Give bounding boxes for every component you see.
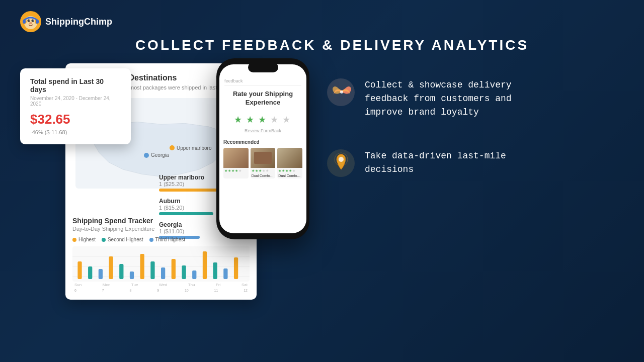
phone-mockup: feedback Rate your Shipping Experience ★… xyxy=(216,58,309,239)
phone-notch xyxy=(248,62,278,72)
legend-third: Third Highest xyxy=(149,237,185,242)
star-5[interactable]: ★ xyxy=(282,114,292,124)
feature-text-feedback: Collect & showcase deliveryfeedback from… xyxy=(365,78,512,119)
mini-chart xyxy=(72,246,250,282)
spend-change: -46% ($-11.68) xyxy=(30,129,121,135)
legend-dot-third xyxy=(149,238,153,242)
svg-rect-30 xyxy=(223,268,227,279)
product-name-2: Dual Comfort Mattress xyxy=(251,174,276,178)
svg-rect-27 xyxy=(192,270,196,279)
star-2[interactable]: ★ xyxy=(246,114,256,124)
logo: ShippingChimp xyxy=(20,11,112,32)
star-1[interactable]: ★ xyxy=(234,114,244,124)
product-img-3 xyxy=(277,148,302,168)
svg-rect-22 xyxy=(140,254,144,279)
feature-icon-analytics xyxy=(327,149,355,177)
logo-icon xyxy=(20,11,41,32)
left-section: Total spend in Last 30 days November 24,… xyxy=(20,63,287,330)
legend-label-third: Third Highest xyxy=(155,237,185,242)
svg-point-9 xyxy=(33,20,34,21)
svg-point-8 xyxy=(29,20,30,21)
main-title: COLLECT FEEDBACK & DELIVERY ANALYTICS xyxy=(20,37,644,53)
spend-date: November 24, 2020 - December 24, 2020 xyxy=(30,96,121,107)
product-name-3: Dual Comfort Matt... xyxy=(277,174,302,178)
phone-container: feedback Rate your Shipping Experience ★… xyxy=(216,58,309,239)
svg-rect-26 xyxy=(182,265,186,279)
svg-rect-12 xyxy=(36,20,39,24)
svg-point-6 xyxy=(28,20,30,22)
map-dot-marlboro: Upper marlboro xyxy=(170,145,211,151)
svg-point-7 xyxy=(32,20,34,22)
product-grid: ★ ★ ★ ★ ★ xyxy=(223,148,302,178)
spend-amount: $32.65 xyxy=(30,112,121,127)
header: ShippingChimp COLLECT FEEDBACK & DELIVER… xyxy=(0,0,644,53)
svg-rect-16 xyxy=(77,261,82,279)
product-stars-3: ★ ★ ★ ★ ★ xyxy=(277,168,302,174)
svg-rect-18 xyxy=(99,269,103,279)
feature-icon-feedback xyxy=(327,78,355,106)
spend-card: Total spend in Last 30 days November 24,… xyxy=(20,68,131,144)
svg-rect-31 xyxy=(234,257,238,279)
product-stars-2: ★ ★ ★ ★ ★ xyxy=(251,168,276,174)
svg-rect-23 xyxy=(150,261,154,279)
legend-dot-highest xyxy=(72,238,76,242)
svg-rect-25 xyxy=(172,259,176,279)
recommended-title: Recommended xyxy=(223,139,302,145)
svg-point-10 xyxy=(29,22,32,24)
phone-screen: feedback Rate your Shipping Experience ★… xyxy=(219,64,306,233)
legend-label-highest: Highest xyxy=(78,237,96,242)
map-dot-georgia: Georgia xyxy=(144,152,169,158)
legend-label-second: Second Highest xyxy=(108,237,143,242)
feature-text-analytics: Take data-driven last-miledecisions xyxy=(365,149,506,176)
svg-rect-20 xyxy=(119,264,123,279)
stars-row: ★ ★ ★ ★ ★ xyxy=(219,111,306,127)
legend-highest: Highest xyxy=(72,237,96,242)
rate-title: Rate your Shipping Experience xyxy=(219,86,306,111)
svg-point-33 xyxy=(340,90,343,94)
spend-title: Total spend in Last 30 days xyxy=(30,77,121,94)
product-stars-1: ★ ★ ★ ★ ★ xyxy=(223,168,249,174)
star-4[interactable]: ★ xyxy=(270,114,280,124)
legend-dot-second xyxy=(102,238,106,242)
legend-second: Second Highest xyxy=(102,237,143,242)
svg-rect-29 xyxy=(213,262,217,279)
product-card-3[interactable]: ★ ★ ★ ★ ★ Dual Comfort Matt... xyxy=(277,148,302,178)
handshake-icon xyxy=(327,78,355,106)
right-section: Collect & showcase deliveryfeedback from… xyxy=(302,63,624,330)
svg-rect-17 xyxy=(88,266,92,279)
location-pin-icon xyxy=(327,149,355,177)
svg-point-35 xyxy=(339,157,344,162)
product-img-1 xyxy=(223,148,249,168)
review-link[interactable]: Review FormBack xyxy=(219,127,306,136)
feature-analytics: Take data-driven last-miledecisions xyxy=(327,149,624,177)
svg-rect-19 xyxy=(109,256,113,279)
svg-rect-28 xyxy=(203,251,207,279)
logo-text: ShippingChimp xyxy=(45,17,112,27)
recommended-section: Recommended ★ ★ ★ ★ ★ xyxy=(219,136,306,182)
svg-rect-24 xyxy=(161,267,165,279)
svg-rect-11 xyxy=(23,20,26,24)
star-3[interactable]: ★ xyxy=(258,114,268,124)
product-card-1[interactable]: ★ ★ ★ ★ ★ xyxy=(223,148,249,178)
product-img-2 xyxy=(251,148,276,168)
svg-rect-21 xyxy=(130,272,134,279)
product-card-2[interactable]: ★ ★ ★ ★ ★ Dual Comfort Mattress xyxy=(251,148,276,178)
feature-feedback: Collect & showcase deliveryfeedback from… xyxy=(327,78,624,119)
main-content: Total spend in Last 30 days November 24,… xyxy=(0,53,644,330)
